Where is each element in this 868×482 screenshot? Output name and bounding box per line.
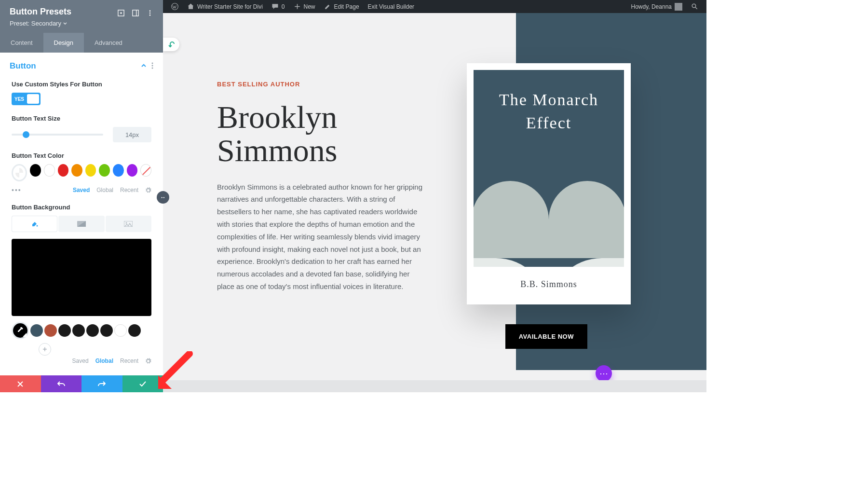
builder-app: Button Presets Preset: Secondary Content…	[0, 0, 706, 392]
section-kebab-icon[interactable]	[151, 62, 153, 70]
sidebar-footer	[0, 375, 163, 392]
swatch-white[interactable]	[44, 164, 55, 177]
pal-5[interactable]	[86, 324, 99, 337]
svg-point-1	[120, 12, 122, 14]
more-colors-icon[interactable]: •••	[12, 186, 22, 194]
cta-button[interactable]: AVAILABLE NOW	[505, 324, 587, 349]
avatar	[675, 3, 682, 11]
palette-saved[interactable]: Saved	[73, 187, 90, 193]
site-link[interactable]: Writer Starter Site for Divi	[183, 0, 267, 13]
book-author: B.B. Simmons	[474, 267, 624, 289]
pal-3[interactable]	[58, 324, 71, 337]
swatch-blue[interactable]	[113, 164, 124, 177]
swatch-current[interactable]	[12, 164, 27, 181]
page-footer-strip	[163, 380, 706, 392]
swatch-none[interactable]	[140, 164, 151, 177]
swatch-purple[interactable]	[127, 164, 138, 177]
bg-tab-gradient[interactable]	[58, 216, 104, 232]
pal-1[interactable]	[30, 324, 43, 337]
tab-content[interactable]: Content	[0, 33, 43, 53]
svg-point-15	[692, 4, 696, 8]
collapse-icon[interactable]	[141, 62, 147, 70]
layout-icon[interactable]	[132, 9, 139, 15]
page-fab[interactable]: ⋯	[596, 365, 612, 382]
eyedropper-icon[interactable]	[12, 322, 29, 339]
bg-palette-gear-icon[interactable]	[145, 358, 151, 364]
add-color-icon[interactable]: +	[39, 343, 51, 356]
text-size-value[interactable]: 14px	[113, 127, 151, 142]
book-cover: The MonarchEffect	[474, 70, 624, 267]
wp-admin-bar: Writer Starter Site for Divi 0 New Edit …	[163, 0, 706, 13]
tab-design[interactable]: Design	[43, 33, 84, 53]
hero-section: BEST SELLING AUTHOR BrooklynSimmons Broo…	[163, 13, 516, 380]
resize-handle-icon[interactable]: ↔	[157, 191, 169, 204]
bg-palette-saved[interactable]: Saved	[72, 358, 89, 364]
hover-pill-icon[interactable]	[163, 38, 179, 51]
page-paragraph: Brooklyn Simmons is a celebrated author …	[217, 181, 424, 293]
sidebar-body: Button Use Custom Styles For Button YES …	[0, 53, 163, 375]
svg-point-13	[126, 222, 127, 224]
comments-link[interactable]: 0	[267, 0, 289, 13]
svg-point-10	[36, 225, 38, 227]
svg-point-6	[149, 14, 151, 16]
sidebar-header: Button Presets Preset: Secondary	[0, 0, 163, 33]
text-size-slider[interactable]	[12, 134, 103, 136]
settings-sidebar: Button Presets Preset: Secondary Content…	[0, 0, 163, 392]
preset-dropdown[interactable]: Preset: Secondary	[10, 20, 153, 27]
text-color-label: Button Text Color	[12, 152, 151, 159]
svg-point-7	[152, 62, 153, 64]
swatch-red[interactable]	[58, 164, 69, 177]
tab-advanced[interactable]: Advanced	[84, 33, 133, 53]
focus-icon[interactable]	[118, 9, 124, 15]
text-color-swatches	[12, 164, 151, 181]
swatch-yellow[interactable]	[85, 164, 96, 177]
custom-styles-label: Use Custom Styles For Button	[12, 81, 151, 88]
swatch-green[interactable]	[99, 164, 110, 177]
redo-button[interactable]	[81, 375, 122, 392]
kebab-icon[interactable]	[147, 9, 153, 15]
bg-palette-global[interactable]: Global	[95, 358, 113, 364]
bg-tab-image[interactable]	[106, 216, 151, 232]
pal-6[interactable]	[100, 324, 113, 337]
pal-7[interactable]	[114, 324, 127, 337]
custom-styles-toggle[interactable]: YES	[12, 93, 41, 105]
cancel-button[interactable]	[0, 375, 41, 392]
palette-global[interactable]: Global	[96, 187, 113, 193]
book-title: The MonarchEffect	[474, 70, 624, 134]
undo-button[interactable]	[41, 375, 82, 392]
svg-rect-2	[133, 10, 138, 15]
svg-point-8	[152, 65, 153, 66]
exit-builder-link[interactable]: Exit Visual Builder	[364, 0, 419, 13]
pal-2[interactable]	[44, 324, 57, 337]
svg-point-5	[149, 12, 151, 14]
page-heading: BrooklynSimmons	[217, 100, 506, 167]
section-title[interactable]: Button	[10, 61, 36, 71]
palette-gear-icon[interactable]	[145, 187, 151, 193]
svg-point-9	[152, 67, 153, 69]
swatch-black[interactable]	[30, 164, 41, 177]
howdy-user[interactable]: Howdy, Deanna	[627, 0, 687, 13]
kicker-text: BEST SELLING AUTHOR	[217, 81, 506, 88]
book-card: The MonarchEffect B.B. Simmons	[467, 63, 631, 304]
pal-8[interactable]	[128, 324, 141, 337]
sidebar-tabs: Content Design Advanced	[0, 33, 163, 53]
bg-tab-color[interactable]	[12, 216, 57, 232]
page-canvas[interactable]: BEST SELLING AUTHOR BrooklynSimmons Broo…	[163, 0, 706, 392]
bg-palette-recent[interactable]: Recent	[120, 358, 138, 364]
text-size-label: Button Text Size	[12, 115, 151, 122]
new-link[interactable]: New	[289, 0, 320, 13]
border-width-label: Button Border Width	[12, 374, 151, 375]
save-button[interactable]	[122, 375, 163, 392]
palette-recent[interactable]: Recent	[120, 187, 138, 193]
search-icon[interactable]	[687, 0, 703, 13]
sidebar-title: Button Presets	[10, 7, 71, 17]
pal-4[interactable]	[72, 324, 85, 337]
svg-line-16	[695, 7, 697, 9]
wp-logo-icon[interactable]	[167, 0, 183, 13]
bg-label: Button Background	[12, 204, 151, 211]
svg-point-4	[149, 10, 151, 12]
swatch-orange[interactable]	[71, 164, 82, 177]
edit-page-link[interactable]: Edit Page	[320, 0, 364, 13]
bg-preview[interactable]	[12, 239, 151, 316]
